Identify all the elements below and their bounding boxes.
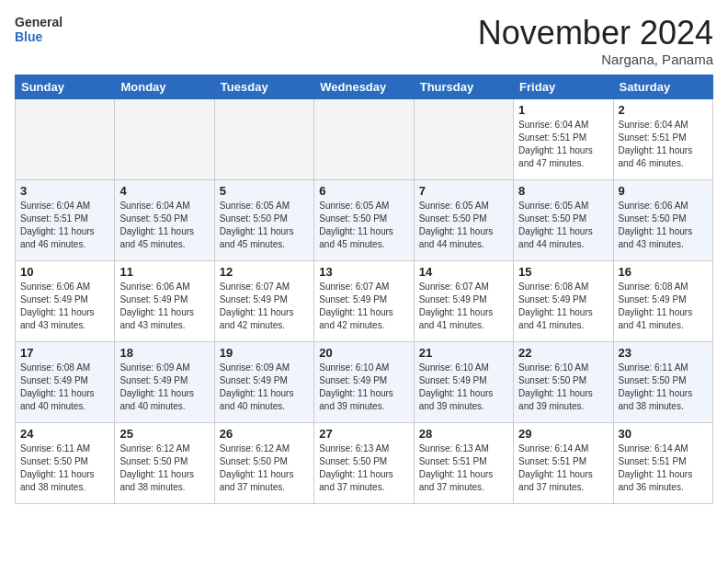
weekday-header-saturday: Saturday: [613, 75, 712, 98]
calendar-cell: 25Sunrise: 6:12 AM Sunset: 5:50 PM Dayli…: [115, 422, 214, 503]
calendar-cell: 26Sunrise: 6:12 AM Sunset: 5:50 PM Dayli…: [214, 422, 313, 503]
day-detail: Sunrise: 6:11 AM Sunset: 5:50 PM Dayligh…: [20, 442, 109, 494]
day-number: 26: [220, 427, 309, 441]
calendar-table: SundayMondayTuesdayWednesdayThursdayFrid…: [15, 75, 713, 504]
day-number: 15: [518, 265, 608, 279]
calendar-cell: 13Sunrise: 6:07 AM Sunset: 5:49 PM Dayli…: [314, 260, 414, 341]
calendar-cell: [414, 98, 513, 179]
day-number: 20: [319, 346, 408, 360]
calendar-cell: 30Sunrise: 6:14 AM Sunset: 5:51 PM Dayli…: [613, 422, 712, 503]
day-detail: Sunrise: 6:10 AM Sunset: 5:49 PM Dayligh…: [319, 362, 408, 413]
calendar-cell: 24Sunrise: 6:11 AM Sunset: 5:50 PM Dayli…: [16, 422, 115, 503]
day-detail: Sunrise: 6:07 AM Sunset: 5:49 PM Dayligh…: [319, 281, 408, 332]
weekday-header-monday: Monday: [115, 75, 214, 98]
day-detail: Sunrise: 6:14 AM Sunset: 5:51 PM Dayligh…: [518, 442, 608, 494]
day-number: 29: [518, 427, 608, 441]
month-title: November 2024: [478, 15, 713, 52]
calendar-cell: [214, 98, 313, 179]
day-number: 28: [419, 427, 508, 441]
day-detail: Sunrise: 6:04 AM Sunset: 5:51 PM Dayligh…: [619, 119, 708, 170]
calendar-cell: 22Sunrise: 6:10 AM Sunset: 5:50 PM Dayli…: [514, 341, 613, 422]
weekday-header-wednesday: Wednesday: [314, 75, 414, 98]
calendar-cell: 12Sunrise: 6:07 AM Sunset: 5:49 PM Dayli…: [214, 260, 313, 341]
day-number: 2: [619, 103, 708, 117]
day-detail: Sunrise: 6:06 AM Sunset: 5:50 PM Dayligh…: [619, 200, 708, 251]
day-number: 8: [518, 184, 608, 198]
day-detail: Sunrise: 6:04 AM Sunset: 5:51 PM Dayligh…: [518, 119, 608, 170]
calendar-cell: 20Sunrise: 6:10 AM Sunset: 5:49 PM Dayli…: [314, 341, 414, 422]
day-number: 11: [119, 265, 209, 279]
day-number: 24: [20, 427, 109, 441]
day-detail: Sunrise: 6:05 AM Sunset: 5:50 PM Dayligh…: [518, 200, 608, 251]
day-number: 4: [119, 184, 209, 198]
weekday-header-tuesday: Tuesday: [214, 75, 313, 98]
calendar-cell: 14Sunrise: 6:07 AM Sunset: 5:49 PM Dayli…: [414, 260, 513, 341]
day-detail: Sunrise: 6:09 AM Sunset: 5:49 PM Dayligh…: [119, 362, 209, 413]
calendar-cell: 15Sunrise: 6:08 AM Sunset: 5:49 PM Dayli…: [514, 260, 613, 341]
day-number: 18: [119, 346, 209, 360]
calendar-cell: 5Sunrise: 6:05 AM Sunset: 5:50 PM Daylig…: [214, 179, 313, 260]
calendar-week-row: 24Sunrise: 6:11 AM Sunset: 5:50 PM Dayli…: [16, 422, 713, 503]
calendar-cell: 21Sunrise: 6:10 AM Sunset: 5:49 PM Dayli…: [414, 341, 513, 422]
day-detail: Sunrise: 6:10 AM Sunset: 5:49 PM Dayligh…: [419, 362, 508, 413]
day-detail: Sunrise: 6:14 AM Sunset: 5:51 PM Dayligh…: [619, 442, 708, 494]
day-detail: Sunrise: 6:08 AM Sunset: 5:49 PM Dayligh…: [619, 281, 708, 332]
logo-general-label: General: [15, 15, 63, 29]
day-detail: Sunrise: 6:06 AM Sunset: 5:49 PM Dayligh…: [20, 281, 109, 332]
calendar-cell: 4Sunrise: 6:04 AM Sunset: 5:50 PM Daylig…: [115, 179, 214, 260]
calendar-cell: 29Sunrise: 6:14 AM Sunset: 5:51 PM Dayli…: [514, 422, 613, 503]
calendar-cell: 17Sunrise: 6:08 AM Sunset: 5:49 PM Dayli…: [16, 341, 115, 422]
day-number: 9: [619, 184, 708, 198]
calendar-cell: 23Sunrise: 6:11 AM Sunset: 5:50 PM Dayli…: [613, 341, 712, 422]
calendar-cell: [16, 98, 115, 179]
day-detail: Sunrise: 6:07 AM Sunset: 5:49 PM Dayligh…: [419, 281, 508, 332]
day-detail: Sunrise: 6:05 AM Sunset: 5:50 PM Dayligh…: [419, 200, 508, 251]
day-detail: Sunrise: 6:04 AM Sunset: 5:51 PM Dayligh…: [20, 200, 109, 251]
title-block: November 2024 Nargana, Panama: [478, 15, 713, 67]
day-detail: Sunrise: 6:07 AM Sunset: 5:49 PM Dayligh…: [220, 281, 309, 332]
calendar-cell: 18Sunrise: 6:09 AM Sunset: 5:49 PM Dayli…: [115, 341, 214, 422]
day-number: 22: [518, 346, 608, 360]
calendar-cell: 1Sunrise: 6:04 AM Sunset: 5:51 PM Daylig…: [514, 98, 613, 179]
day-detail: Sunrise: 6:04 AM Sunset: 5:50 PM Dayligh…: [119, 200, 209, 251]
day-detail: Sunrise: 6:13 AM Sunset: 5:50 PM Dayligh…: [319, 442, 408, 494]
calendar-cell: 19Sunrise: 6:09 AM Sunset: 5:49 PM Dayli…: [214, 341, 313, 422]
calendar-cell: [314, 98, 414, 179]
calendar-cell: 28Sunrise: 6:13 AM Sunset: 5:51 PM Dayli…: [414, 422, 513, 503]
day-number: 7: [419, 184, 508, 198]
calendar-cell: 3Sunrise: 6:04 AM Sunset: 5:51 PM Daylig…: [16, 179, 115, 260]
calendar-week-row: 17Sunrise: 6:08 AM Sunset: 5:49 PM Dayli…: [16, 341, 713, 422]
day-detail: Sunrise: 6:06 AM Sunset: 5:49 PM Dayligh…: [119, 281, 209, 332]
calendar-cell: 11Sunrise: 6:06 AM Sunset: 5:49 PM Dayli…: [115, 260, 214, 341]
calendar-cell: 6Sunrise: 6:05 AM Sunset: 5:50 PM Daylig…: [314, 179, 414, 260]
day-detail: Sunrise: 6:11 AM Sunset: 5:50 PM Dayligh…: [619, 362, 708, 413]
calendar-cell: 27Sunrise: 6:13 AM Sunset: 5:50 PM Dayli…: [314, 422, 414, 503]
day-number: 25: [119, 427, 209, 441]
day-number: 5: [220, 184, 309, 198]
day-detail: Sunrise: 6:05 AM Sunset: 5:50 PM Dayligh…: [220, 200, 309, 251]
day-number: 19: [220, 346, 309, 360]
day-number: 21: [419, 346, 508, 360]
day-number: 10: [20, 265, 109, 279]
day-detail: Sunrise: 6:12 AM Sunset: 5:50 PM Dayligh…: [119, 442, 209, 494]
day-number: 3: [20, 184, 109, 198]
day-number: 17: [20, 346, 109, 360]
page-header: General Blue November 2024 Nargana, Pana…: [15, 15, 713, 67]
logo: General Blue: [15, 15, 64, 44]
day-number: 13: [319, 265, 408, 279]
day-number: 6: [319, 184, 408, 198]
day-number: 16: [619, 265, 708, 279]
day-number: 23: [619, 346, 708, 360]
day-detail: Sunrise: 6:08 AM Sunset: 5:49 PM Dayligh…: [20, 362, 109, 413]
day-number: 14: [419, 265, 508, 279]
location-subtitle: Nargana, Panama: [478, 52, 713, 67]
calendar-cell: 7Sunrise: 6:05 AM Sunset: 5:50 PM Daylig…: [414, 179, 513, 260]
calendar-week-row: 3Sunrise: 6:04 AM Sunset: 5:51 PM Daylig…: [16, 179, 713, 260]
calendar-cell: 10Sunrise: 6:06 AM Sunset: 5:49 PM Dayli…: [16, 260, 115, 341]
calendar-cell: 16Sunrise: 6:08 AM Sunset: 5:49 PM Dayli…: [613, 260, 712, 341]
calendar-cell: 2Sunrise: 6:04 AM Sunset: 5:51 PM Daylig…: [613, 98, 712, 179]
calendar-header-row: SundayMondayTuesdayWednesdayThursdayFrid…: [16, 75, 713, 98]
calendar-week-row: 10Sunrise: 6:06 AM Sunset: 5:49 PM Dayli…: [16, 260, 713, 341]
calendar-week-row: 1Sunrise: 6:04 AM Sunset: 5:51 PM Daylig…: [16, 98, 713, 179]
day-number: 27: [319, 427, 408, 441]
